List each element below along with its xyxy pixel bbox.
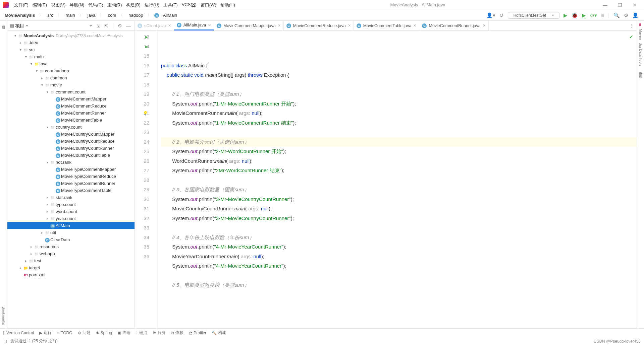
code-line[interactable]: // 1、热门电影类型（类型sum）	[161, 89, 637, 99]
menu-item[interactable]: 编辑(E)	[31, 1, 49, 9]
tree-arrow-icon[interactable]: ▸	[40, 76, 44, 80]
code-line[interactable]: System.out.println("1-Mr-MovieCommentRun…	[161, 99, 637, 109]
code-line[interactable]: // 2、电影简介云词（关键词sum）	[161, 137, 637, 147]
editor-tab[interactable]: MovieCommentMapper.java✕	[214, 21, 284, 30]
tree-arrow-icon[interactable]: ▾	[45, 160, 50, 164]
bottom-tab[interactable]: ⧉ 依赖	[171, 330, 183, 336]
run-button[interactable]: ▶	[561, 11, 570, 20]
breadcrumb-item[interactable]: AllMain	[162, 12, 179, 18]
tree-arrow-icon[interactable]: ▾	[45, 90, 50, 94]
tree-row[interactable]: ▸target	[7, 264, 135, 271]
code-line[interactable]: WordCountRunner.main( args: null);	[161, 156, 637, 166]
expand-all-icon[interactable]: ⇲	[95, 22, 101, 29]
maximize-button[interactable]: ❐	[613, 2, 627, 8]
bottom-tab[interactable]: ◔ Profiler	[189, 331, 206, 335]
close-tab-icon[interactable]: ✕	[278, 23, 281, 28]
close-tab-icon[interactable]: ✕	[168, 23, 171, 28]
run-config-selector[interactable]: HdfsClient.testGet	[508, 12, 559, 19]
collapse-all-icon[interactable]: ⇱	[103, 22, 109, 29]
tree-row[interactable]: MovieCountryCountReduce	[7, 138, 135, 145]
tree-arrow-icon[interactable]: ▸	[45, 203, 50, 206]
breadcrumb-item[interactable]: MovieAnalysis	[3, 12, 36, 18]
tree-arrow-icon[interactable]: ▸	[18, 266, 23, 270]
tree-arrow-icon[interactable]: ▾	[23, 55, 28, 59]
tree-row[interactable]: AllMain	[7, 222, 135, 229]
code-line[interactable]: // 3、各国家电影数量（国家sum）	[161, 185, 637, 195]
profile-button[interactable]: ⊙▾	[588, 11, 599, 20]
tree-arrow-icon[interactable]: ▸	[45, 210, 50, 213]
code-line[interactable]	[161, 223, 637, 233]
debug-button[interactable]: 🐞	[570, 11, 580, 20]
tree-row[interactable]: MovieTypeCommentMapper	[7, 166, 135, 173]
code-line[interactable]: MovieCommentRunner.main( args: null);	[161, 109, 637, 118]
code-line[interactable]: MovieYearCountRunner.main( args: null);	[161, 252, 637, 262]
tree-row[interactable]: MovieCommentMapper	[7, 95, 135, 102]
code-line[interactable]: // 4、各年份上映电影数（年份sum）	[161, 233, 637, 243]
bottom-tab[interactable]: ▶ 运行	[39, 330, 52, 336]
tree-row[interactable]: ▾java	[7, 60, 135, 67]
tree-arrow-icon[interactable]: ▾	[34, 69, 39, 73]
menu-item[interactable]: 工具(T)	[161, 1, 180, 9]
user-icon[interactable]: 👤▾	[484, 11, 497, 20]
bottom-tab[interactable]: 🔨 构建	[212, 330, 226, 336]
tree-row[interactable]: ▾MovieAnalysisD:\rtsy\bysj\7738-code\Mov…	[7, 32, 135, 39]
editor-tab[interactable]: sClient.java✕	[135, 21, 174, 30]
tree-row[interactable]: MovieTypeCommentRunner	[7, 180, 135, 187]
tree-row[interactable]: ▸.idea	[7, 39, 135, 46]
source-code[interactable]: ✔ public class AllMain { public static v…	[158, 31, 637, 328]
menu-item[interactable]: 帮助(H)	[218, 1, 237, 9]
code-line[interactable]	[161, 271, 637, 281]
bottom-tab[interactable]: ⚑ 服务	[153, 330, 166, 336]
tree-arrow-icon[interactable]: ▸	[45, 196, 50, 199]
run-gutter-icon[interactable]: ▶	[145, 42, 148, 52]
menu-item[interactable]: 视图(V)	[49, 1, 67, 9]
minimize-button[interactable]: —	[598, 2, 612, 8]
menu-item[interactable]: VCS(S)	[180, 1, 199, 9]
close-tab-icon[interactable]: ✕	[413, 23, 416, 28]
tree-arrow-icon[interactable]: ▸	[29, 245, 34, 249]
tree-row[interactable]: ▸year.count	[7, 215, 135, 222]
code-line[interactable]: System.out.println("2-Mr-WordCountRunner…	[161, 147, 637, 156]
close-tab-icon[interactable]: ✕	[208, 23, 211, 27]
menu-item[interactable]: 运行(U)	[143, 1, 161, 9]
menu-item[interactable]: 代码(C)	[86, 1, 105, 9]
more-tabs-icon[interactable]: ⋮	[627, 21, 637, 30]
breadcrumb-item[interactable]: hadoop	[127, 12, 144, 18]
code-line[interactable]	[161, 176, 637, 185]
panel-settings-icon[interactable]: ⚙	[117, 22, 123, 29]
menu-item[interactable]: 构建(B)	[124, 1, 143, 9]
tree-arrow-icon[interactable]: ▸	[23, 259, 28, 263]
code-line[interactable]: public static void main(String[] args) t…	[161, 70, 637, 80]
intention-bulb-icon[interactable]: 💡	[143, 109, 148, 118]
tree-row[interactable]: ▸resources	[7, 243, 135, 250]
tree-arrow-icon[interactable]: ▸	[40, 231, 44, 234]
breadcrumb-item[interactable]: java	[86, 12, 97, 18]
editor-tab[interactable]: MovieCommentTable.java✕	[354, 21, 420, 30]
menu-item[interactable]: 窗口(W)	[199, 1, 218, 9]
tree-row[interactable]: ▸webapp	[7, 250, 135, 257]
tree-arrow-icon[interactable]: ▾	[29, 62, 34, 66]
code-line[interactable]	[161, 80, 637, 90]
code-line[interactable]: // 5、电影类型热度榜（类型sum）	[161, 280, 637, 290]
bottom-tab[interactable]: ❀ Spring	[96, 331, 112, 335]
editor-tab[interactable]: AllMain.java✕	[174, 21, 214, 30]
code-line[interactable]: System.out.println("1-Mr-MovieCommentRun…	[161, 118, 637, 128]
tree-row[interactable]: MovieTypeCommentReduce	[7, 173, 135, 180]
select-opened-icon[interactable]: ⌖	[89, 22, 93, 29]
tree-row[interactable]: MovieCountryCountTable	[7, 152, 135, 159]
tree-row[interactable]: MovieCountryCountRunner	[7, 145, 135, 152]
menu-item[interactable]: 重构(R)	[105, 1, 124, 9]
tree-row[interactable]: ▾comment.count	[7, 88, 135, 95]
code-line[interactable]: System.out.println("2Mr-WordCountRunner …	[161, 166, 637, 176]
code-line[interactable]: System.out.println("4-Mr-MovieYearCountR…	[161, 242, 637, 252]
tree-arrow-icon[interactable]: ▾	[40, 83, 44, 87]
close-tab-icon[interactable]: ✕	[348, 23, 351, 28]
tree-row[interactable]: MovieCommentReduce	[7, 102, 135, 110]
gutter[interactable]: 13▶14▶15161718192021💡2223242526272829303…	[135, 31, 158, 328]
tree-row[interactable]: MovieCommentTable	[7, 117, 135, 124]
tree-row[interactable]: ▾hot.rank	[7, 159, 135, 166]
tree-row[interactable]: ▸util	[7, 229, 135, 236]
hide-panel-icon[interactable]: —	[125, 22, 132, 29]
tree-row[interactable]: ▾com.hadoop	[7, 67, 135, 74]
tree-arrow-icon[interactable]: ▸	[29, 252, 34, 256]
